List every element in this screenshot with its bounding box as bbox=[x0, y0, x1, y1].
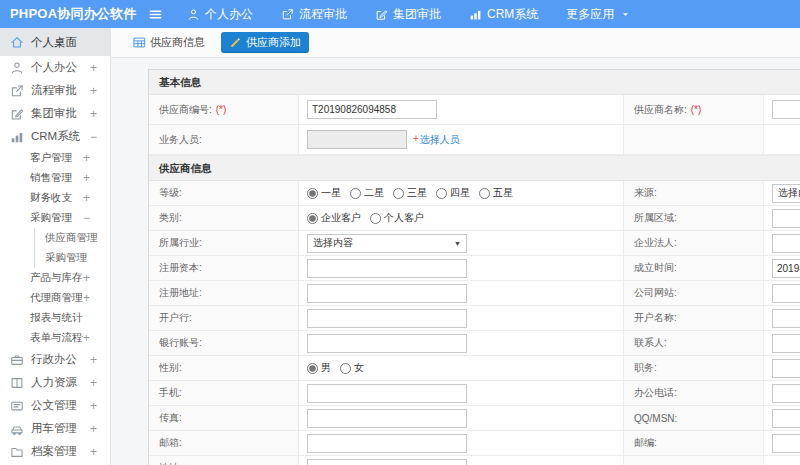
sidebar-item-purchasing-mgmt[interactable]: 采购管理 bbox=[34, 248, 110, 268]
sidebar-item-workflow-approval[interactable]: 流程审批+ bbox=[0, 79, 110, 102]
gender-radio-0[interactable] bbox=[307, 363, 318, 374]
fax-input[interactable] bbox=[307, 409, 467, 428]
expand-plus-icon[interactable]: + bbox=[83, 192, 90, 204]
category-option-0[interactable]: 企业客户 bbox=[307, 211, 361, 225]
category-option-1[interactable]: 个人客户 bbox=[370, 211, 424, 225]
sales-person-input[interactable] bbox=[307, 130, 407, 149]
email-input[interactable] bbox=[307, 434, 467, 453]
expand-plus-icon[interactable]: + bbox=[83, 292, 90, 304]
expand-plus-icon[interactable]: + bbox=[90, 400, 97, 412]
sidebar-item-admin-office[interactable]: 行政办公+ bbox=[0, 348, 110, 371]
sidebar-item-purchase-mgmt[interactable]: 采购管理− bbox=[0, 208, 110, 228]
level-radio-2[interactable] bbox=[393, 188, 404, 199]
expand-plus-icon[interactable]: + bbox=[90, 423, 97, 435]
collapse-minus-icon[interactable]: − bbox=[83, 212, 90, 224]
expand-plus-icon[interactable]: + bbox=[83, 332, 90, 344]
gender-option-1[interactable]: 女 bbox=[340, 361, 364, 375]
legal-person-input[interactable] bbox=[772, 234, 800, 253]
mobile-input[interactable] bbox=[307, 384, 467, 403]
level-option-2[interactable]: 三星 bbox=[393, 186, 427, 200]
topnav-workflow-approval[interactable]: 流程审批 bbox=[281, 6, 347, 23]
expand-plus-icon[interactable]: + bbox=[90, 85, 97, 97]
sidebar-item-supplier-mgmt[interactable]: 供应商管理 bbox=[34, 228, 110, 248]
category-radio-0[interactable] bbox=[307, 213, 318, 224]
address-input[interactable] bbox=[307, 459, 467, 465]
level-option-1[interactable]: 二星 bbox=[350, 186, 384, 200]
form-field-cell bbox=[764, 306, 800, 331]
level-radio-0[interactable] bbox=[307, 188, 318, 199]
topnav-personal-office[interactable]: 个人办公 bbox=[187, 6, 253, 23]
sidebar-item-finance-inout[interactable]: 财务收支+ bbox=[0, 188, 110, 208]
bank-account-input[interactable] bbox=[307, 334, 467, 353]
contact-person-input[interactable] bbox=[772, 334, 800, 353]
sidebar-item-human-resources[interactable]: 人力资源+ bbox=[0, 371, 110, 394]
sidebar-item-product-inventory[interactable]: 产品与库存+ bbox=[0, 268, 110, 288]
tab-supplier-info[interactable]: 供应商信息 bbox=[125, 32, 213, 53]
gender-radio-1[interactable] bbox=[340, 363, 351, 374]
sidebar-item-personal-office[interactable]: 个人办公+ bbox=[0, 56, 110, 79]
expand-plus-icon[interactable]: + bbox=[90, 108, 97, 120]
company-website-input[interactable] bbox=[772, 284, 800, 303]
office-phone-input[interactable] bbox=[772, 384, 800, 403]
registered-capital-input[interactable] bbox=[307, 259, 467, 278]
collapse-minus-icon[interactable]: − bbox=[90, 131, 97, 143]
sales-person-select-link[interactable]: +选择人员 bbox=[413, 133, 460, 147]
expand-plus-icon[interactable]: + bbox=[90, 354, 97, 366]
position-input[interactable] bbox=[772, 359, 800, 378]
level-radio-1[interactable] bbox=[350, 188, 361, 199]
sidebar-item-label: 采购管理 bbox=[45, 251, 104, 265]
source-select[interactable]: 选择内容▼ bbox=[772, 184, 800, 203]
sidebar-item-label: 表单与流程设置 bbox=[30, 331, 83, 345]
qq-msn-input[interactable] bbox=[772, 409, 800, 428]
grid-icon bbox=[133, 36, 146, 49]
topnav-more-apps[interactable]: 更多应用 bbox=[566, 6, 630, 23]
sidebar-item-reports-stats[interactable]: 报表与统计 bbox=[0, 308, 110, 328]
radio-label: 一星 bbox=[321, 186, 341, 200]
form-row: 注册资本:成立时间: bbox=[149, 256, 800, 281]
sidebar-item-label: 集团审批 bbox=[31, 106, 83, 121]
topnav-crm-system[interactable]: CRM系统 bbox=[469, 6, 538, 23]
topnav-group-approval[interactable]: 集团审批 bbox=[375, 6, 441, 23]
region-input[interactable] bbox=[772, 209, 800, 228]
sidebar-item-form-flow-settings[interactable]: 表单与流程设置+ bbox=[0, 328, 110, 348]
menu-toggle-button[interactable] bbox=[148, 7, 163, 22]
sidebar-item-crm-system[interactable]: CRM系统− bbox=[0, 125, 110, 148]
sidebar-item-agent-mgmt[interactable]: 代理商管理+ bbox=[0, 288, 110, 308]
level-option-4[interactable]: 五星 bbox=[479, 186, 513, 200]
tab-label: 供应商信息 bbox=[150, 35, 205, 50]
sidebar-item-document-mgmt[interactable]: 公文管理+ bbox=[0, 394, 110, 417]
expand-plus-icon[interactable]: + bbox=[83, 272, 90, 284]
bank-branch-input[interactable] bbox=[307, 309, 467, 328]
sidebar-item-group-approval[interactable]: 集团审批+ bbox=[0, 102, 110, 125]
level-option-3[interactable]: 四星 bbox=[436, 186, 470, 200]
expand-plus-icon[interactable]: + bbox=[90, 446, 97, 458]
form-field-cell bbox=[764, 256, 800, 281]
expand-plus-icon[interactable]: + bbox=[83, 172, 90, 184]
form-field-cell bbox=[764, 231, 800, 256]
sidebar-item-vehicle-mgmt[interactable]: 用车管理+ bbox=[0, 417, 110, 440]
expand-plus-icon[interactable]: + bbox=[83, 152, 90, 164]
form-field-cell bbox=[764, 431, 800, 456]
sidebar-item-personal-desktop[interactable]: 个人桌面 bbox=[0, 28, 110, 56]
expand-plus-icon[interactable]: + bbox=[90, 62, 97, 74]
account-name-input[interactable] bbox=[772, 309, 800, 328]
industry-select[interactable]: 选择内容▼ bbox=[307, 234, 467, 253]
sidebar-item-customer-mgmt[interactable]: 客户管理+ bbox=[0, 148, 110, 168]
tab-supplier-add[interactable]: 供应商添加 bbox=[221, 32, 309, 53]
supplier-code-input[interactable] bbox=[307, 100, 437, 119]
founded-date-input[interactable] bbox=[772, 259, 800, 278]
sidebar-item-label: 用车管理 bbox=[31, 421, 83, 436]
expand-plus-icon[interactable]: + bbox=[90, 377, 97, 389]
level-radio-4[interactable] bbox=[479, 188, 490, 199]
zip-code-input[interactable] bbox=[772, 434, 800, 453]
sidebar-item-sales-mgmt[interactable]: 销售管理+ bbox=[0, 168, 110, 188]
sidebar-item-label: 人力资源 bbox=[31, 375, 83, 390]
supplier-name-input[interactable] bbox=[772, 100, 800, 119]
field-label: 联系人: bbox=[634, 336, 667, 350]
gender-option-0[interactable]: 男 bbox=[307, 361, 331, 375]
category-radio-1[interactable] bbox=[370, 213, 381, 224]
level-radio-3[interactable] bbox=[436, 188, 447, 199]
level-option-0[interactable]: 一星 bbox=[307, 186, 341, 200]
registered-address-input[interactable] bbox=[307, 284, 467, 303]
sidebar-item-archive-mgmt[interactable]: 档案管理+ bbox=[0, 440, 110, 463]
